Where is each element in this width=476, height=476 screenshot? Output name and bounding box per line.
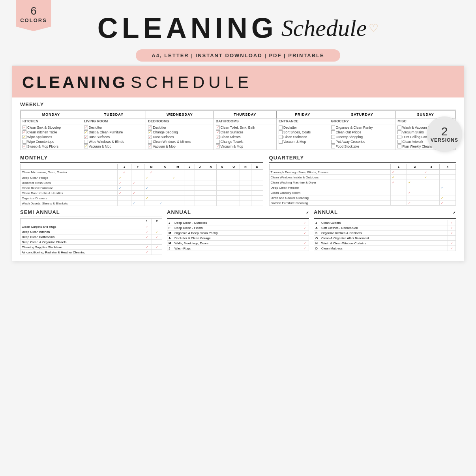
check-cell — [158, 196, 171, 201]
check-cell — [439, 180, 455, 185]
check-cell — [144, 191, 158, 196]
table-row: Air conditioning, Radiator & Heather Cle… — [21, 250, 162, 255]
cat-grocery: GROCERY — [329, 118, 395, 124]
check-cell — [158, 186, 171, 191]
list-item: Vacuum & Mop — [279, 139, 327, 144]
list-item: ✓ Vacuum & Mop — [148, 144, 211, 149]
checkbox-empty — [279, 135, 283, 139]
saturday-items: Organize & Clean Pantry Clean Out Fridge… — [329, 124, 395, 150]
quarterly-section: QUARTERLY 1 2 3 4 — [269, 155, 456, 206]
annual-section-1: ANNUAL ✓ J Deep Clean - Outdoors ✓ — [167, 209, 309, 255]
list-item: ✓ Wipe Appliances — [22, 135, 80, 139]
table-row: Thorough Dusting - Fans, Blinds, Frames … — [269, 170, 455, 175]
quarter-4: 4 — [439, 164, 455, 170]
versions-number: 2 — [441, 126, 448, 137]
check-cell: ✓ — [390, 175, 407, 180]
annual-month: J — [167, 220, 173, 225]
table-row: A Declutter & Clean Garage — [167, 236, 309, 241]
table-row-categories: KITCHEN LIVING ROOM BEDROOMS BATHROOMS E… — [21, 118, 456, 124]
monthly-label: MONTHLY — [20, 155, 263, 161]
sa-task: Air conditioning, Radiator & Heather Cle… — [21, 250, 142, 255]
check-cell: ✓ — [144, 186, 158, 191]
monthly-section: MONTHLY J F M A M J J — [20, 155, 263, 206]
month-j2: J — [184, 164, 195, 170]
check-cell — [171, 191, 184, 196]
quarter-2: 2 — [407, 164, 423, 170]
check-cell — [184, 201, 195, 206]
table-row: Clean Windows Inside & Outdoors ✓ ✓ — [269, 175, 455, 180]
check-icon: ✓ — [22, 144, 26, 148]
annual-task: Deep Clean - Floors — [173, 225, 301, 231]
list-item: ✓ Clean Surfaces — [216, 130, 275, 135]
weekly-label: WEEKLY — [20, 101, 456, 107]
annual-month: A — [314, 225, 320, 231]
check-cell — [195, 175, 205, 180]
month-m2: M — [171, 164, 184, 170]
check-cell — [423, 195, 439, 201]
monthly-task: Clean Door Knobs & Handles — [21, 191, 118, 196]
check-cell — [131, 170, 144, 175]
list-item: ✓ Change Bedding — [148, 130, 211, 135]
check-cell — [184, 196, 195, 201]
quarterly-table: 1 2 3 4 Thorough Dusting - Fans, Blinds,… — [269, 164, 456, 206]
table-row: Clean Door Knobs & Handles ✓ ✓ — [21, 191, 263, 196]
annual-month: J — [167, 246, 173, 251]
check-icon: ✓ — [84, 126, 88, 129]
cat-bedrooms: BEDROOMS — [146, 118, 214, 124]
table-row-items: ✓ Clean Sink & Stovetop ✓ Clean Kitchen … — [21, 124, 456, 150]
quarterly-label: QUARTERLY — [269, 155, 456, 161]
monthly-task: Disinfect Trash Cans — [21, 180, 118, 186]
annual-month: A — [167, 236, 173, 241]
check-cell — [158, 175, 171, 180]
versions-label: VERSIONS — [431, 137, 458, 143]
check-cell: ✓ — [142, 224, 152, 229]
check-cell: ✓ — [144, 196, 158, 201]
header-section: CLEANING Schedule ♡ A4, LETTER | INSTANT… — [8, 8, 468, 62]
check-cell — [407, 185, 423, 190]
col-monday: MONDAY — [21, 111, 82, 118]
check-icon: ✓ — [216, 144, 220, 148]
monday-items: ✓ Clean Sink & Stovetop ✓ Clean Kitchen … — [21, 124, 82, 150]
title-cleaning: CLEANING — [97, 12, 277, 44]
checkbox-empty — [331, 144, 335, 148]
col-tuesday: TUESDAY — [82, 111, 146, 118]
quarter-1: 1 — [390, 164, 407, 170]
list-item: ✓ Clean Kitchen Table — [22, 130, 80, 135]
check-cell — [184, 180, 195, 186]
checkbox-empty — [84, 140, 88, 144]
check-cell — [240, 170, 251, 175]
table-row: Deep Clean Kitchen ✓ ✓ — [21, 229, 162, 234]
main-title-row: CLEANING Schedule ♡ — [8, 12, 468, 44]
check-cell: ✓ — [144, 170, 158, 175]
check-icon: ✓ — [148, 130, 152, 134]
check-cell — [131, 175, 144, 180]
list-item: ✓ Clean Mirrors — [216, 135, 275, 139]
check-cell — [217, 175, 228, 180]
quarterly-task-col — [269, 164, 390, 170]
annual-task: Declutter & Clean Garage — [173, 236, 301, 241]
check-cell — [217, 201, 228, 206]
check-cell — [423, 201, 439, 206]
check-cell: ✓ — [390, 180, 407, 185]
check-cell — [158, 170, 171, 175]
check-cell — [228, 180, 240, 186]
check-icon: ✓ — [148, 144, 152, 148]
check-cell: ✓ — [407, 180, 423, 185]
check-cell — [240, 175, 251, 180]
check-cell — [205, 191, 217, 196]
check-icon: ✓ — [22, 130, 26, 134]
table-row: Deep Clean Fridge ✓ ✓ ✓ — [21, 175, 263, 180]
annual-month: N — [314, 241, 320, 246]
annual-month: D — [314, 246, 320, 251]
check-cell — [390, 185, 407, 190]
check-cell — [152, 250, 162, 255]
check-cell — [205, 186, 217, 191]
check-cell — [217, 191, 228, 196]
check-cell: ✓ — [131, 201, 144, 206]
thursday-items: ✓ Clean Toilet, Sink, Bath ✓ Clean Surfa… — [214, 124, 277, 150]
tuesday-items: ✓ Declutter ✓ Dust & Clean Furniture ✓ D… — [82, 124, 146, 150]
check-cell — [251, 191, 263, 196]
check-cell: ✓ — [117, 170, 131, 175]
list-item: ✓ Clean Sink & Stovetop — [22, 125, 80, 130]
monthly-task-col — [21, 164, 118, 170]
